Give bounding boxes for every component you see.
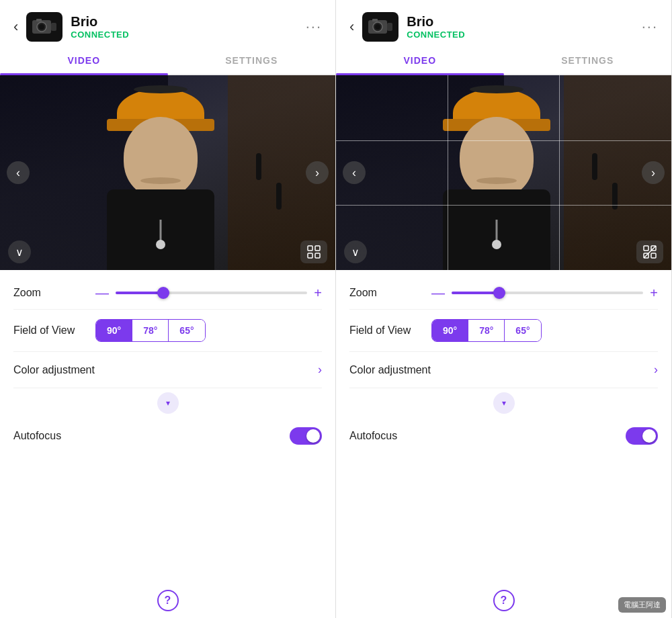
more-menu-button-right[interactable]: ··· [642,18,658,36]
svg-rect-14 [644,246,648,251]
fov-90-button-left[interactable]: 90° [96,320,132,341]
autofocus-row-right: Autofocus [349,418,658,454]
device-info: Brio CONNECTED [71,14,129,40]
fov-78-button-left[interactable]: 78° [132,320,169,341]
header-left: ‹ Brio CONNECTED [13,12,129,42]
device-name: Brio [71,14,129,30]
hat-top-right [470,85,523,93]
fov-label-right: Field of View [349,324,423,337]
zoom-minus-button-left[interactable]: — [95,286,109,300]
svg-rect-13 [387,23,392,31]
svg-point-2 [39,24,44,30]
zoom-minus-button-right[interactable]: — [431,286,445,300]
panel-right: ‹ Brio CONNECTED ··· VIDEO SETTINGS [336,0,672,618]
svg-rect-17 [651,253,656,258]
zoom-plus-button-right[interactable]: + [650,286,658,300]
device-status: CONNECTED [71,30,129,40]
zoom-slider-fill-left [116,292,163,294]
controls-section-right: Zoom — + Field of View 90° 78° 65° Color… [336,270,671,583]
tab-settings-left[interactable]: SETTINGS [168,47,336,74]
fov-65-button-right[interactable]: 65° [505,320,540,341]
zoom-slider-right[interactable] [452,292,643,294]
fov-buttons-right: 90° 78° 65° [431,319,542,342]
color-adjustment-label-left: Color adjustment [13,364,318,376]
expand-button-right[interactable]: ▾ [493,392,515,414]
color-adjustment-chevron-right: › [654,363,658,377]
zoom-control-left: — + [95,286,322,300]
back-button[interactable]: ‹ [13,18,18,36]
video-preview-left: ‹ › ∨ [0,75,335,270]
tab-bar-right: VIDEO SETTINGS [336,47,671,75]
back-button-right[interactable]: ‹ [349,18,354,36]
zoom-slider-left[interactable] [116,292,307,294]
camera-icon-right [362,12,398,42]
svg-rect-5 [308,246,312,251]
video-chevron-down[interactable]: ∨ [8,240,31,263]
panel-left: ‹ Brio CONNECTED ··· VIDEO SETTINGS [0,0,336,618]
svg-rect-12 [372,19,378,21]
tab-settings-right[interactable]: SETTINGS [504,47,672,74]
fov-65-button-left[interactable]: 65° [169,320,204,341]
video-preview-right: ‹ › ∨ [336,75,671,270]
help-button-right[interactable]: ? [493,590,515,611]
fov-buttons-left: 90° 78° 65° [95,319,206,342]
tab-video-left[interactable]: VIDEO [0,47,168,74]
panel-left-header: ‹ Brio CONNECTED ··· [0,0,335,47]
zoom-slider-fill-right [452,292,499,294]
svg-point-11 [375,24,380,30]
fov-90-button-right[interactable]: 90° [432,320,468,341]
zoom-control-right: — + [431,286,658,300]
color-adjustment-label-right: Color adjustment [349,364,654,376]
hat-top-left [134,85,187,93]
more-menu-button[interactable]: ··· [306,18,322,36]
color-adjustment-row-right[interactable]: Color adjustment › [349,352,658,388]
fov-row-left: Field of View 90° 78° 65° [13,310,322,352]
camera-icon [26,12,62,42]
color-adjustment-row-left[interactable]: Color adjustment › [13,352,322,388]
zoom-slider-thumb-right[interactable] [493,287,505,299]
autofocus-label-right: Autofocus [349,430,626,442]
head-left [124,117,198,197]
zoom-slider-thumb-left[interactable] [157,287,169,299]
panel-right-header: ‹ Brio CONNECTED ··· [336,0,671,47]
expand-row-right: ▾ [349,388,658,418]
svg-rect-4 [51,23,56,31]
expand-row-left: ▾ [13,388,322,418]
video-bottom-controls-left: ∨ [0,240,335,263]
color-adjustment-chevron-left: › [318,363,322,377]
video-nav-right-arrow-right[interactable]: › [642,161,665,184]
fov-78-button-right[interactable]: 78° [468,320,505,341]
watermark: 電腦王阿達 [618,597,666,613]
fov-label-left: Field of View [13,324,87,337]
expand-button-left[interactable]: ▾ [157,392,179,414]
autofocus-toggle-left[interactable] [290,427,322,445]
device-name-right: Brio [407,14,465,30]
header-right-left: ‹ Brio CONNECTED [349,12,465,42]
device-status-right: CONNECTED [407,30,465,40]
video-chevron-down-right[interactable]: ∨ [344,240,367,263]
svg-rect-8 [315,253,320,258]
zoom-plus-button-left[interactable]: + [314,286,322,300]
video-bottom-controls-right: ∨ [336,240,671,263]
autofocus-toggle-knob-right [642,429,656,443]
zoom-label-left: Zoom [13,287,87,299]
grid-toggle-off[interactable] [300,240,327,263]
svg-rect-7 [308,253,312,258]
grid-toggle-on[interactable] [636,240,663,263]
zoom-label-right: Zoom [349,287,423,299]
svg-line-18 [644,246,656,258]
video-nav-left-arrow-right[interactable]: ‹ [343,161,366,184]
controls-section-left: Zoom — + Field of View 90° 78° 65° Color… [0,270,335,583]
tab-bar-left: VIDEO SETTINGS [0,47,335,75]
autofocus-toggle-right[interactable] [626,427,658,445]
video-nav-left-arrow[interactable]: ‹ [7,161,30,184]
fov-row-right: Field of View 90° 78° 65° [349,310,658,352]
video-nav-right-arrow[interactable]: › [306,161,329,184]
autofocus-row-left: Autofocus [13,418,322,454]
help-button-left[interactable]: ? [157,590,179,611]
tab-video-right[interactable]: VIDEO [336,47,504,74]
autofocus-toggle-knob-left [306,429,320,443]
panel-footer-left: ? [0,583,335,618]
svg-rect-6 [315,246,320,251]
zoom-row-right: Zoom — + [349,277,658,310]
